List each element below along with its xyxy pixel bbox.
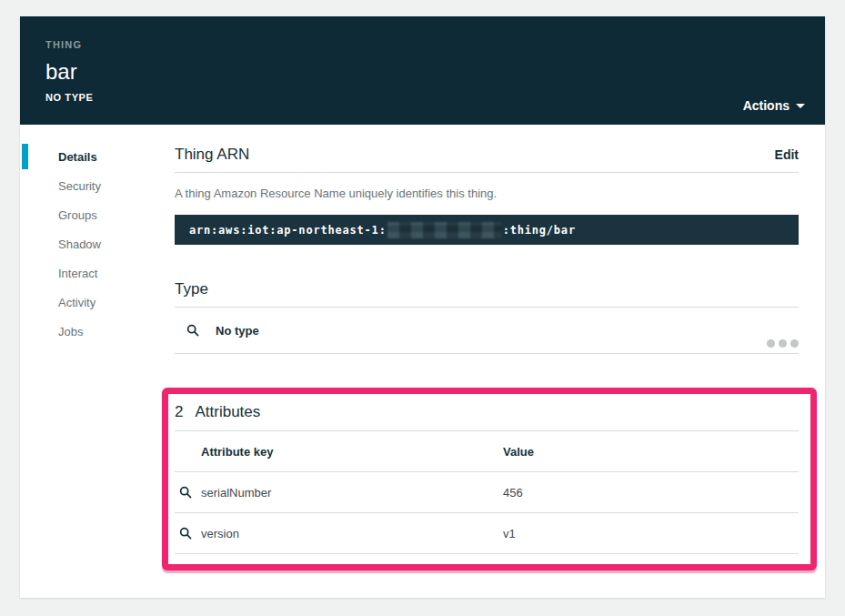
column-header-attribute-key: Attribute key: [201, 445, 503, 459]
attribute-key-cell: serialNumber: [201, 486, 503, 500]
type-section-title: Type: [175, 279, 799, 299]
sidebar-item-details[interactable]: Details: [20, 142, 175, 171]
sidebar-item-shadow[interactable]: Shadow: [20, 229, 175, 258]
attributes-table-header: Attribute key Value: [175, 431, 799, 472]
thing-nav-sidebar: Details Security Groups Shadow Interact …: [20, 125, 175, 598]
table-row: serialNumber 456: [175, 472, 799, 513]
type-empty-value: No type: [216, 324, 259, 338]
actions-dropdown-label: Actions: [743, 98, 790, 113]
search-icon[interactable]: [186, 324, 199, 337]
attribute-value-cell: v1: [503, 527, 799, 540]
attributes-section-header: 2 Attributes: [175, 402, 799, 422]
sidebar-item-label: Shadow: [58, 237, 101, 251]
arn-suffix-text: :thing/bar: [503, 224, 576, 237]
ellipsis-dot: [779, 339, 787, 348]
search-icon[interactable]: [179, 486, 192, 499]
sidebar-item-label: Groups: [58, 208, 97, 222]
sidebar-item-label: Activity: [58, 296, 96, 309]
ellipsis-dot: [767, 339, 775, 348]
sidebar-item-security[interactable]: Security: [20, 171, 175, 200]
attributes-section-title: Attributes: [195, 402, 260, 422]
attribute-key-cell: version: [201, 527, 503, 540]
actions-dropdown-button[interactable]: Actions: [743, 98, 805, 113]
sidebar-item-activity[interactable]: Activity: [20, 288, 175, 317]
attributes-count: 2: [175, 403, 183, 421]
attributes-highlight-annotation: 2 Attributes Attribute key Value serial: [162, 388, 817, 571]
arn-section-title: Thing ARN: [175, 145, 249, 165]
thing-type-subtitle: NO TYPE: [45, 92, 825, 103]
column-header-value: Value: [503, 445, 799, 459]
thing-name-title: bar: [45, 59, 825, 85]
sidebar-item-label: Security: [58, 179, 101, 193]
sidebar-item-jobs[interactable]: Jobs: [20, 317, 175, 346]
sidebar-item-interact[interactable]: Interact: [20, 258, 175, 288]
sidebar-item-label: Jobs: [58, 325, 83, 338]
type-row: No type: [175, 308, 799, 353]
card-body: Details Security Groups Shadow Interact …: [20, 125, 825, 598]
sidebar-item-groups[interactable]: Groups: [20, 200, 175, 229]
table-row: version v1: [175, 513, 799, 554]
edit-arn-link[interactable]: Edit: [775, 147, 799, 162]
active-tab-indicator: [22, 144, 28, 169]
ellipsis-icon: [767, 339, 799, 348]
thing-arn-value: arn:aws:iot:ap-northeast-1: :thing/bar: [175, 215, 799, 245]
page-background: THING bar NO TYPE Actions Details Securi…: [0, 0, 845, 616]
redacted-account-id: [387, 222, 502, 238]
caret-down-icon: [796, 104, 805, 108]
thing-category-label: THING: [45, 39, 825, 50]
attribute-value-cell: 456: [503, 486, 799, 500]
sidebar-item-label: Details: [58, 150, 97, 164]
search-icon[interactable]: [179, 527, 192, 540]
divider: [175, 353, 799, 354]
thing-hero-header: THING bar NO TYPE Actions: [20, 16, 825, 125]
ellipsis-dot: [790, 339, 799, 348]
sidebar-item-label: Interact: [58, 267, 97, 280]
details-content-panel: Thing ARN Edit A thing Amazon Resource N…: [175, 125, 825, 598]
arn-section-header: Thing ARN Edit: [175, 125, 799, 165]
arn-description-text: A thing Amazon Resource Name uniquely id…: [175, 187, 799, 200]
arn-prefix-text: arn:aws:iot:ap-northeast-1:: [189, 224, 387, 237]
thing-detail-card: THING bar NO TYPE Actions Details Securi…: [20, 16, 825, 598]
divider: [175, 172, 799, 173]
